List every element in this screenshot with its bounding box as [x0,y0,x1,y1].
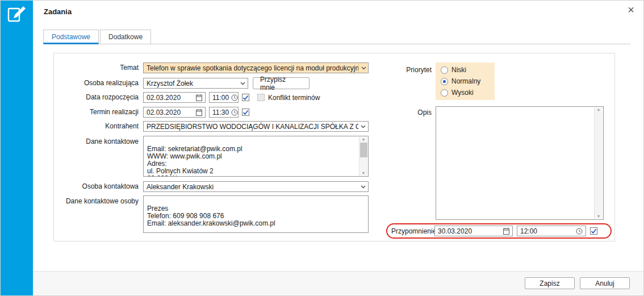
priorytet-radio-group: Niski Normalny Wysoki [436,62,495,100]
radio-option-normalny[interactable]: Normalny [436,76,495,87]
chevron-down-icon[interactable] [358,63,368,73]
osoba-kontaktowa-label: Osoba kontaktowa [58,181,139,192]
calendar-icon[interactable] [501,228,509,235]
konflikt-terminow-checkbox [257,94,265,101]
konflikt-terminow-label: Konflikt terminów [268,94,320,102]
row-osoba-realizujaca: Osoba realizująca Krzysztof Żołek Przypi… [58,77,310,89]
osoba-realizujaca-combobox[interactable]: Krzysztof Żołek [143,78,248,89]
form-panel: Temat Telefon w sprawie spotkania dotycz… [53,53,615,241]
data-rozpoczecia-date-input[interactable]: 02.03.2020 [143,92,206,103]
temat-value: Telefon w sprawie spotkania dotyczącego … [147,64,362,72]
tab-podstawowe[interactable]: Podstawowe [43,30,99,44]
osoba-realizujaca-value: Krzysztof Żołek [147,80,193,87]
data-rozpoczecia-time-input[interactable]: 11:00 [209,92,239,103]
clock-icon[interactable] [229,109,238,116]
temat-combobox[interactable]: Telefon w sprawie spotkania dotyczącego … [143,62,369,73]
app-sidebar [1,1,33,295]
przypomnienie-date-input[interactable]: 30.03.2020 [434,226,513,236]
dane-kontaktowe-textarea[interactable]: Email: sekretariat@pwik.com.pl WWW: www.… [143,136,369,177]
dane-osoby-textarea[interactable]: Prezes Telefon: 609 908 908 676 Email: a… [143,195,369,233]
termin-realizacji-date-input[interactable]: 02.03.2020 [143,107,206,118]
scrollbar-thumb[interactable] [360,143,367,157]
radio-option-wysoki[interactable]: Wysoki [436,87,495,98]
radio-label: Niski [451,66,466,74]
row-temat: Temat Telefon w sprawie spotkania dotycz… [58,62,369,73]
row-dane-osoby: Dane kontaktowe osoby Prezes Telefon: 60… [58,195,369,233]
clock-icon[interactable] [574,228,583,235]
kontrahent-value: PRZEDSIĘBIORSTWO WODOCIĄGÓW I KANALIZACJ… [147,123,369,131]
data-rozpoczecia-label: Data rozpoczęcia [58,92,139,103]
scrollbar-track[interactable]: ▲ ▼ [594,107,603,219]
osoba-realizujaca-label: Osoba realizująca [58,78,139,89]
tasks-dialog: Zadania × Podstawowe Dodatkowe Temat Tel… [0,0,644,296]
kontrahent-label: Kontrahent [58,121,139,132]
priorytet-label: Priorytet [375,66,432,74]
checkmark-icon [242,110,249,115]
przypomnienie-time-input[interactable]: 12:00 [517,226,586,236]
dane-osoby-label: Dane kontaktowe osoby [58,197,139,205]
row-kontrahent: Kontrahent PRZEDSIĘBIORSTWO WODOCIĄGÓW I… [58,121,369,132]
przypomnienie-row-highlighted: Przypomnienie 30.03.2020 12:00 [386,223,612,239]
przypomnienie-label: Przypomnienie [391,227,434,235]
przypisz-mnie-button[interactable]: Przypisz mnie [253,77,310,89]
edit-note-icon[interactable] [6,5,27,24]
data-rozpoczecia-time-value: 11:00 [212,94,229,102]
clock-icon[interactable] [229,94,238,101]
termin-realizacji-time-value: 11:30 [212,109,229,116]
scrollbar-track[interactable]: ▲ ▼ [359,137,367,176]
scroll-down-icon[interactable]: ▼ [595,214,603,219]
radio-label: Normalny [451,77,480,85]
tab-bar: Podstawowe Dodatkowe [43,30,630,44]
calendar-icon[interactable] [194,94,202,101]
scroll-up-icon[interactable]: ▲ [595,107,603,112]
save-button[interactable]: Zapisz [525,277,575,289]
osoba-kontaktowa-combobox[interactable]: Aleksander Krakowski [143,181,369,192]
checkmark-icon [591,228,597,234]
chevron-down-icon[interactable] [238,78,248,88]
dialog-title: Zadania [44,7,72,16]
kontrahent-combobox[interactable]: PRZEDSIĘBIORSTWO WODOCIĄGÓW I KANALIZACJ… [143,121,369,132]
dialog-footer: Zapisz Anuluj [33,271,643,295]
dane-kontaktowe-value: Email: sekretariat@pwik.com.pl WWW: www.… [147,145,242,177]
checkmark-icon [242,95,249,101]
close-icon[interactable]: × [628,4,634,15]
termin-realizacji-date-value: 02.03.2020 [147,109,181,116]
termin-realizacji-label: Termin realizacji [58,107,139,118]
temat-label: Temat [58,62,139,73]
opis-textarea[interactable]: ▲ ▼ [436,106,604,220]
dane-osoby-value: Prezes Telefon: 609 908 908 676 Email: a… [147,205,275,227]
radio-icon[interactable] [441,66,448,74]
opis-label: Opis [375,109,432,116]
chevron-down-icon[interactable] [358,182,368,191]
radio-label: Wysoki [451,89,474,97]
row-osoba-kontaktowa: Osoba kontaktowa Aleksander Krakowski [58,181,369,192]
data-rozpoczecia-checkbox[interactable] [242,94,249,101]
scroll-up-icon[interactable]: ▲ [359,137,367,141]
tab-dodatkowe[interactable]: Dodatkowe [100,30,151,44]
row-termin-realizacji: Termin realizacji 02.03.2020 11:30 [58,107,249,118]
radio-option-niski[interactable]: Niski [436,64,495,76]
data-rozpoczecia-date-value: 02.03.2020 [147,94,181,102]
cancel-button[interactable]: Anuluj [580,277,630,289]
przypomnienie-checkbox[interactable] [590,227,597,235]
calendar-icon[interactable] [194,109,202,116]
chevron-down-icon[interactable] [358,122,368,131]
radio-icon[interactable] [441,89,448,97]
radio-icon-checked[interactable] [441,78,448,85]
row-dane-kontaktowe: Dane kontaktowe Email: sekretariat@pwik.… [58,136,369,177]
przypomnienie-date-value: 30.03.2020 [438,227,472,235]
dane-kontaktowe-label: Dane kontaktowe [58,137,139,145]
osoba-kontaktowa-value: Aleksander Krakowski [147,183,214,191]
termin-realizacji-checkbox[interactable] [242,109,249,116]
przypomnienie-time-value: 12:00 [520,227,537,235]
scroll-down-icon[interactable]: ▼ [359,171,367,176]
row-data-rozpoczecia: Data rozpoczęcia 02.03.2020 11:00 Konfli… [58,92,320,103]
termin-realizacji-time-input[interactable]: 11:30 [209,107,239,118]
